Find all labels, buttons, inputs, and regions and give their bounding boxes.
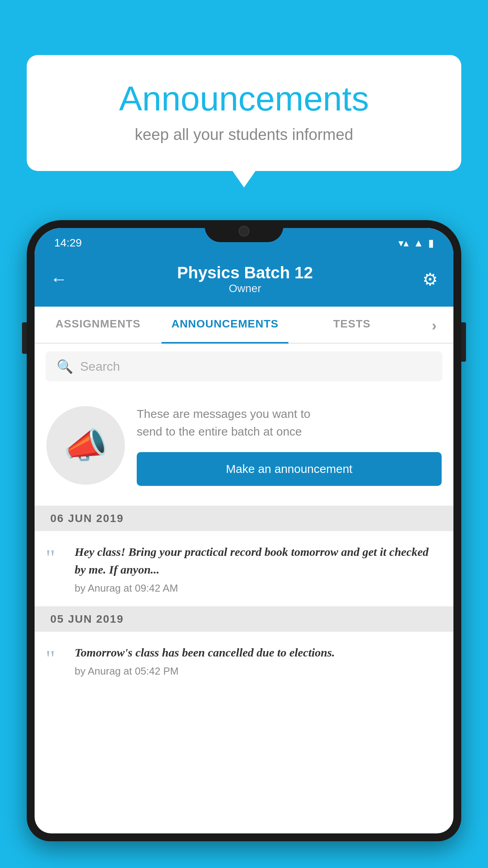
bubble-title: Announcements <box>58 79 430 119</box>
app-header: ← Physics Batch 12 Owner ⚙ <box>35 256 453 307</box>
volume-button <box>22 322 27 354</box>
phone-screen: 14:29 ▾▴ ▲ ▮ ← Physics Batch 12 Owner ⚙ <box>35 228 453 833</box>
power-button <box>461 322 466 362</box>
announcement-item-2: " Tomorrow's class has been cancelled du… <box>35 632 453 689</box>
phone-notch <box>205 220 283 242</box>
announcement-item-1: " Hey class! Bring your practical record… <box>35 531 453 607</box>
search-input[interactable]: Search <box>80 359 120 374</box>
phone-frame: 14:29 ▾▴ ▲ ▮ ← Physics Batch 12 Owner ⚙ <box>27 220 461 868</box>
phone-outer: 14:29 ▾▴ ▲ ▮ ← Physics Batch 12 Owner ⚙ <box>27 220 461 841</box>
header-center: Physics Batch 12 Owner <box>177 263 313 295</box>
megaphone-icon: 📣 <box>64 425 108 466</box>
promo-section: 📣 These are messages you want tosend to … <box>35 389 453 506</box>
status-time: 14:29 <box>54 237 82 249</box>
announcement-meta-2: by Anurag at 05:42 PM <box>75 665 442 677</box>
search-box[interactable]: 🔍 Search <box>46 351 442 381</box>
promo-description: These are messages you want tosend to th… <box>137 405 442 440</box>
settings-icon[interactable]: ⚙ <box>422 269 438 289</box>
quote-icon-2: " <box>46 647 65 670</box>
hero-section: Announcements keep all your students inf… <box>27 55 461 171</box>
search-container: 🔍 Search <box>35 344 453 389</box>
speech-bubble: Announcements keep all your students inf… <box>27 55 461 171</box>
header-subtitle: Owner <box>177 282 313 295</box>
back-button[interactable]: ← <box>50 269 68 289</box>
announcement-text-1: Hey class! Bring your practical record b… <box>75 543 442 594</box>
tab-more[interactable]: › <box>415 307 453 343</box>
quote-icon-1: " <box>46 546 65 570</box>
megaphone-circle: 📣 <box>46 406 125 485</box>
header-title: Physics Batch 12 <box>177 263 313 282</box>
tab-tests[interactable]: TESTS <box>288 307 415 343</box>
make-announcement-button[interactable]: Make an announcement <box>137 452 442 486</box>
tab-announcements[interactable]: ANNOUNCEMENTS <box>161 307 288 343</box>
tabs-bar: ASSIGNMENTS ANNOUNCEMENTS TESTS › <box>35 307 453 344</box>
phone-camera <box>238 226 250 237</box>
date-divider-2: 05 JUN 2019 <box>35 607 453 632</box>
announcement-meta-1: by Anurag at 09:42 AM <box>75 582 442 594</box>
announcement-message-1[interactable]: Hey class! Bring your practical record b… <box>75 543 442 578</box>
search-icon: 🔍 <box>57 359 73 374</box>
announcement-text-2: Tomorrow's class has been cancelled due … <box>75 644 442 677</box>
promo-content: These are messages you want tosend to th… <box>137 405 442 486</box>
tab-assignments[interactable]: ASSIGNMENTS <box>35 307 161 343</box>
announcement-message-2[interactable]: Tomorrow's class has been cancelled due … <box>75 644 442 661</box>
bubble-subtitle: keep all your students informed <box>58 126 430 143</box>
signal-icon: ▲ <box>413 237 424 249</box>
status-icons: ▾▴ ▲ ▮ <box>398 237 434 249</box>
battery-icon: ▮ <box>428 237 434 249</box>
wifi-icon: ▾▴ <box>398 237 409 249</box>
date-divider-1: 06 JUN 2019 <box>35 506 453 531</box>
